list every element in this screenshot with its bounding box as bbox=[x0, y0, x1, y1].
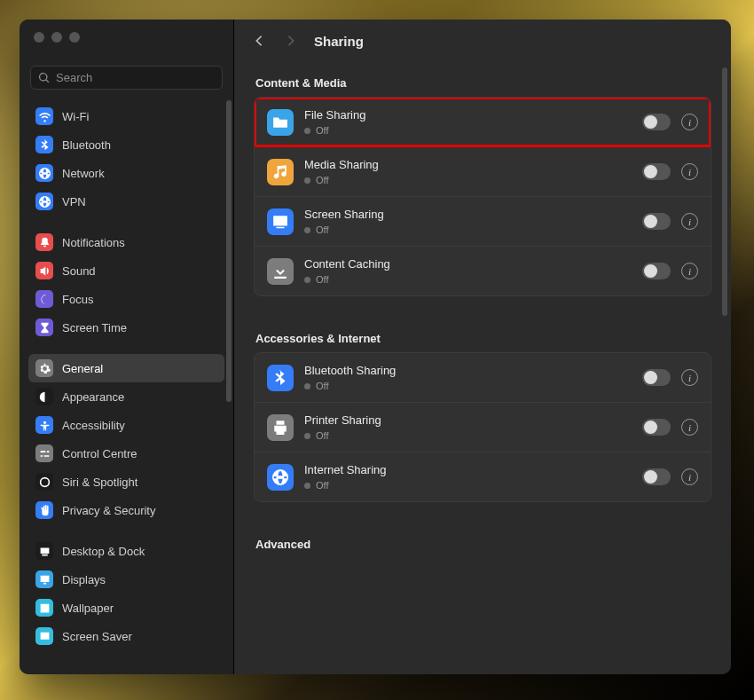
status-dot bbox=[304, 433, 310, 439]
sidebar-item-network[interactable]: Network bbox=[28, 159, 224, 187]
status-dot bbox=[304, 227, 310, 233]
sidebar-item-label: Notifications bbox=[62, 236, 125, 249]
siri-icon bbox=[35, 473, 53, 491]
settings-panel: File SharingOffiMedia SharingOffiScreen … bbox=[254, 97, 711, 296]
info-button-screen-sharing[interactable]: i bbox=[681, 213, 698, 230]
status-label: Off bbox=[316, 274, 328, 285]
status-label: Off bbox=[316, 125, 328, 136]
settings-window: Wi-FiBluetoothNetworkVPNNotificationsSou… bbox=[20, 20, 731, 674]
toggle-bluetooth-sharing[interactable] bbox=[642, 369, 671, 386]
setting-label: Media Sharing bbox=[304, 158, 632, 171]
sidebar-item-siri-spotlight[interactable]: Siri & Spotlight bbox=[28, 468, 224, 496]
info-button-bluetooth-sharing[interactable]: i bbox=[681, 369, 698, 386]
chevron-left-icon bbox=[254, 35, 264, 47]
sidebar-item-label: Accessibility bbox=[62, 419, 125, 432]
hourglass-icon bbox=[35, 319, 53, 336]
sidebar-item-sound[interactable]: Sound bbox=[28, 256, 224, 285]
sidebar-item-bluetooth[interactable]: Bluetooth bbox=[28, 130, 224, 159]
setting-row-bluetooth-sharing: Bluetooth SharingOffi bbox=[255, 353, 711, 402]
sidebar-item-label: VPN bbox=[62, 195, 86, 208]
forward-button[interactable] bbox=[282, 32, 300, 50]
window-controls bbox=[20, 20, 233, 55]
info-button-printer-sharing[interactable]: i bbox=[681, 419, 698, 436]
status-label: Off bbox=[316, 480, 328, 491]
toggle-internet-sharing[interactable] bbox=[642, 468, 671, 485]
main-pane: Sharing Content & MediaFile SharingOffiM… bbox=[234, 20, 731, 674]
sidebar-item-label: General bbox=[62, 362, 103, 375]
sidebar-item-label: Screen Time bbox=[62, 321, 127, 334]
search-field[interactable] bbox=[30, 66, 223, 90]
sidebar-item-general[interactable]: General bbox=[28, 354, 224, 382]
info-button-internet-sharing[interactable]: i bbox=[681, 468, 698, 485]
close-window-button[interactable] bbox=[34, 32, 44, 43]
gear-icon bbox=[35, 359, 53, 377]
sidebar-item-desktop-dock[interactable]: Desktop & Dock bbox=[28, 537, 224, 565]
screensaver-icon bbox=[35, 627, 53, 645]
screen-icon bbox=[267, 208, 294, 235]
sidebar-item-notifications[interactable]: Notifications bbox=[28, 228, 224, 256]
hand-icon bbox=[35, 501, 53, 519]
appearance-icon bbox=[35, 388, 53, 405]
sidebar-item-label: Control Centre bbox=[62, 447, 137, 460]
sidebar-item-accessibility[interactable]: Accessibility bbox=[28, 411, 224, 439]
sidebar-item-label: Displays bbox=[62, 573, 106, 586]
sidebar-item-label: Siri & Spotlight bbox=[62, 476, 137, 489]
status-label: Off bbox=[316, 381, 328, 391]
status-dot bbox=[304, 383, 310, 389]
bluetooth-icon bbox=[35, 136, 53, 153]
bell-icon bbox=[35, 233, 53, 251]
toggle-media-sharing[interactable] bbox=[642, 163, 671, 180]
download-icon bbox=[267, 258, 294, 285]
search-input[interactable] bbox=[56, 71, 215, 84]
sidebar-item-label: Network bbox=[62, 167, 105, 180]
sidebar-item-label: Bluetooth bbox=[62, 138, 111, 152]
status-label: Off bbox=[316, 175, 328, 185]
sidebar-item-wallpaper[interactable]: Wallpaper bbox=[28, 594, 224, 622]
sidebar-item-label: Focus bbox=[62, 293, 93, 306]
sidebar-item-focus[interactable]: Focus bbox=[28, 285, 224, 313]
sidebar-list: Wi-FiBluetoothNetworkVPNNotificationsSou… bbox=[20, 97, 233, 674]
sidebar-item-privacy-security[interactable]: Privacy & Security bbox=[28, 496, 224, 524]
info-button-file-sharing[interactable]: i bbox=[681, 114, 698, 130]
setting-row-internet-sharing: Internet SharingOffi bbox=[255, 452, 711, 501]
section-title: Accessories & Internet bbox=[255, 332, 711, 345]
sidebar-item-control-centre[interactable]: Control Centre bbox=[28, 439, 224, 468]
display-icon bbox=[35, 570, 53, 588]
bluetooth-icon bbox=[267, 365, 294, 391]
setting-label: Screen Sharing bbox=[304, 208, 632, 221]
dock-icon bbox=[35, 542, 53, 560]
status-label: Off bbox=[316, 224, 328, 235]
sidebar-item-displays[interactable]: Displays bbox=[28, 565, 224, 594]
info-button-media-sharing[interactable]: i bbox=[681, 163, 698, 180]
wifi-icon bbox=[35, 107, 53, 125]
sidebar-item-screen-time[interactable]: Screen Time bbox=[28, 313, 224, 342]
sidebar-item-appearance[interactable]: Appearance bbox=[28, 382, 224, 411]
folder-icon bbox=[267, 109, 294, 136]
content-area: Content & MediaFile SharingOffiMedia Sha… bbox=[234, 62, 731, 674]
settings-panel: Bluetooth SharingOffiPrinter SharingOffi… bbox=[254, 352, 711, 502]
sidebar-item-wi-fi[interactable]: Wi-Fi bbox=[28, 102, 224, 130]
accessibility-icon bbox=[35, 416, 53, 434]
toggle-file-sharing[interactable] bbox=[642, 114, 671, 130]
sidebar-item-vpn[interactable]: VPN bbox=[28, 187, 224, 216]
setting-label: Bluetooth Sharing bbox=[304, 364, 632, 377]
music-icon bbox=[267, 159, 294, 185]
setting-label: Internet Sharing bbox=[304, 463, 632, 476]
section-title: Content & Media bbox=[255, 76, 711, 90]
toggle-printer-sharing[interactable] bbox=[642, 419, 671, 436]
setting-row-content-caching: Content CachingOffi bbox=[255, 246, 711, 295]
back-button[interactable] bbox=[250, 32, 268, 50]
search-icon bbox=[38, 72, 51, 84]
zoom-window-button[interactable] bbox=[69, 32, 80, 43]
toolbar: Sharing bbox=[234, 20, 731, 62]
sidebar-item-screen-saver[interactable]: Screen Saver bbox=[28, 622, 224, 650]
section-title: Advanced bbox=[255, 538, 711, 551]
moon-icon bbox=[35, 290, 53, 308]
toggle-screen-sharing[interactable] bbox=[642, 213, 671, 230]
sound-icon bbox=[35, 262, 53, 279]
info-button-content-caching[interactable]: i bbox=[681, 263, 698, 279]
toggle-content-caching[interactable] bbox=[642, 263, 671, 279]
wallpaper-icon bbox=[35, 599, 53, 617]
sidebar-item-label: Appearance bbox=[62, 390, 124, 404]
minimize-window-button[interactable] bbox=[51, 32, 62, 43]
